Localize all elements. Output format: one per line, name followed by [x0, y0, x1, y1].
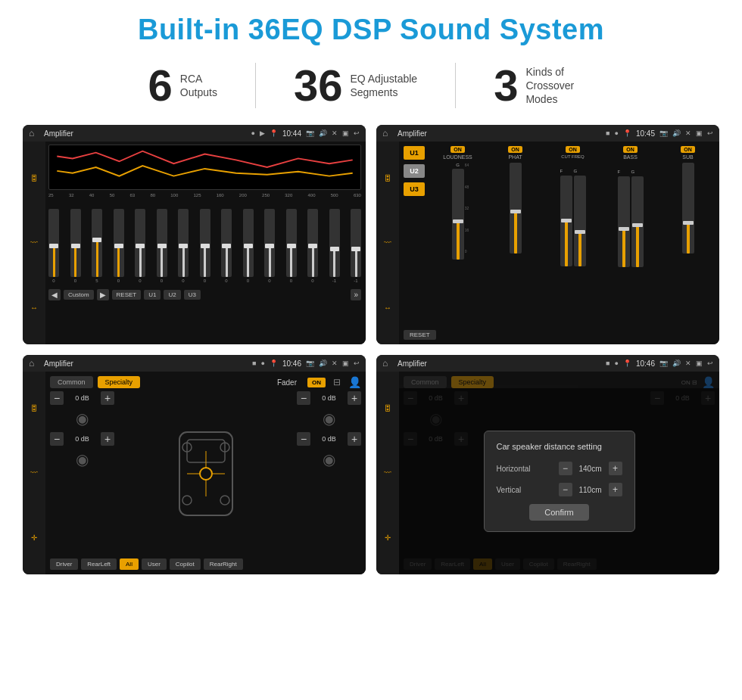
- cr-sub-slider[interactable]: [682, 163, 694, 254]
- eq-slider-track-2[interactable]: [70, 209, 81, 277]
- eq-graph: [48, 145, 361, 190]
- eq-reset-btn[interactable]: RESET: [112, 290, 142, 300]
- dialog-vertical-row: Vertical − 110cm +: [497, 483, 622, 496]
- fader-wave-icon[interactable]: 〰: [30, 468, 38, 477]
- cr-back-icon: ↩: [707, 129, 713, 137]
- fader-rl-plus[interactable]: +: [101, 432, 114, 446]
- fader-rl-val: 0 dB: [67, 435, 98, 443]
- dist-specialty-tab[interactable]: Specialty: [451, 376, 494, 388]
- dialog-horizontal-label: Horizontal: [497, 465, 531, 473]
- dialog-vertical-minus[interactable]: −: [559, 483, 572, 496]
- cr-bass-slider-f[interactable]: [618, 176, 630, 267]
- fader-cross-icon[interactable]: ✛: [31, 534, 37, 542]
- eq-next-btn[interactable]: ▶: [97, 289, 109, 300]
- cr-cutfreq-toggle[interactable]: ON: [566, 146, 580, 153]
- fader-all-btn[interactable]: All: [120, 558, 139, 570]
- eq-sidebar: 🎛 〰 ↔: [23, 142, 45, 344]
- dist-sidebar: 🎛 〰 ✛: [376, 372, 399, 574]
- fader-rearleft-btn[interactable]: RearLeft: [81, 558, 117, 570]
- eq-slider-track-11[interactable]: [264, 209, 275, 277]
- dist-tune-icon[interactable]: 🎛: [384, 404, 391, 412]
- eq-slider-track-12[interactable]: [286, 209, 297, 277]
- eq-arrow-icon[interactable]: ↔: [30, 303, 38, 312]
- eq-slider-track-6[interactable]: [157, 209, 167, 277]
- fader-fr-minus[interactable]: −: [297, 391, 310, 405]
- cr-cutfreq-slider-f[interactable]: [560, 176, 572, 266]
- eq-slider-4: 0: [114, 209, 124, 283]
- eq-slider-track-13[interactable]: [307, 209, 318, 277]
- freq-400: 400: [307, 193, 315, 198]
- eq-sliders-row: 0 0: [48, 200, 361, 283]
- cr-sub-toggle[interactable]: ON: [681, 146, 695, 153]
- eq-slider-track-14[interactable]: [329, 209, 340, 277]
- fader-fl-minus[interactable]: −: [50, 391, 64, 405]
- fader-common-tab[interactable]: Common: [50, 376, 93, 388]
- eq-custom-btn[interactable]: Custom: [64, 290, 94, 300]
- eq-slider-track-1[interactable]: [48, 209, 59, 277]
- dialog-horizontal-plus[interactable]: +: [609, 462, 622, 475]
- dialog-confirm-btn[interactable]: Confirm: [529, 504, 589, 521]
- cr-wave-icon[interactable]: 〰: [384, 238, 391, 247]
- dialog-vertical-plus[interactable]: +: [609, 483, 622, 496]
- eq-wave-icon[interactable]: 〰: [30, 238, 38, 247]
- fader-specialty-tab[interactable]: Specialty: [98, 376, 141, 388]
- dialog-overlay: Car speaker distance setting Horizontal …: [399, 388, 719, 574]
- fader-vol-icon: 🔊: [319, 359, 327, 367]
- eq-slider-track-10[interactable]: [243, 209, 254, 277]
- eq-slider-track-15[interactable]: [351, 209, 361, 277]
- eq-home-icon: ⌂: [29, 128, 39, 138]
- dist-common-tab[interactable]: Common: [404, 376, 447, 388]
- rca-label: RCAOutputs: [180, 72, 217, 99]
- cr-tune-icon[interactable]: 🎛: [384, 174, 391, 182]
- cr-reset-btn[interactable]: RESET: [404, 330, 436, 340]
- cr-phat-slider[interactable]: [510, 163, 522, 254]
- eq-more-icon[interactable]: »: [351, 289, 361, 300]
- eq-slider-track-3[interactable]: [92, 209, 102, 277]
- eq-prev-btn[interactable]: ◀: [48, 289, 61, 300]
- fader-rr-plus[interactable]: +: [348, 432, 361, 446]
- fader-copilot-btn[interactable]: Copilot: [170, 558, 201, 570]
- eq-slider-track-7[interactable]: [178, 209, 189, 277]
- cr-u1-btn[interactable]: U1: [404, 146, 425, 160]
- eq-slider-track-5[interactable]: [135, 209, 145, 277]
- fader-fl-plus[interactable]: +: [101, 391, 114, 405]
- cr-loudness-toggle[interactable]: ON: [450, 146, 465, 153]
- freq-320: 320: [285, 193, 292, 198]
- cr-bass-toggle[interactable]: ON: [623, 146, 638, 153]
- fader-tune-icon[interactable]: 🎛: [30, 404, 38, 412]
- fader-vol-fl: − 0 dB +: [50, 391, 114, 405]
- cr-u3-btn[interactable]: U3: [404, 182, 425, 196]
- eq-u3-btn[interactable]: U3: [184, 290, 201, 300]
- dist-home-icon: ⌂: [382, 358, 393, 369]
- fader-x-icon: ✕: [332, 359, 338, 367]
- fader-rearright-btn[interactable]: RearRight: [204, 558, 243, 570]
- eq-content: 🎛 〰 ↔ 25 32 40 50: [23, 142, 366, 344]
- eq-slider-14: -1: [329, 209, 340, 283]
- eq-slider-9: 0: [221, 209, 232, 283]
- fader-driver-btn[interactable]: Driver: [50, 558, 78, 570]
- eq-tune-icon[interactable]: 🎛: [30, 174, 38, 182]
- fader-top-row: Common Specialty Fader ON ⊟ 👤: [50, 376, 361, 388]
- svg-point-9: [182, 496, 192, 505]
- eq-label: EQ AdjustableSegments: [350, 72, 417, 99]
- fader-fr-plus[interactable]: +: [348, 391, 361, 405]
- eq-slider-track-9[interactable]: [221, 209, 232, 277]
- dist-wave-icon[interactable]: 〰: [384, 468, 391, 477]
- dist-cross-icon[interactable]: ✛: [385, 534, 391, 542]
- fader-rr-minus[interactable]: −: [297, 432, 310, 446]
- eq-u2-btn[interactable]: U2: [164, 290, 180, 300]
- fader-rl-speaker: ◉: [50, 450, 114, 468]
- cr-arrow-icon[interactable]: ↔: [384, 303, 391, 312]
- eq-slider-track-8[interactable]: [200, 209, 210, 277]
- eq-slider-track-4[interactable]: [114, 209, 124, 277]
- cr-loudness-slider-g[interactable]: [452, 169, 464, 260]
- fader-rl-minus[interactable]: −: [50, 432, 64, 446]
- cr-bass-slider-g[interactable]: [631, 176, 644, 267]
- freq-500: 500: [331, 193, 338, 198]
- cr-u2-btn[interactable]: U2: [404, 164, 425, 178]
- eq-u1-btn[interactable]: U1: [144, 290, 161, 300]
- cr-phat-toggle[interactable]: ON: [508, 146, 522, 153]
- fader-user-btn[interactable]: User: [142, 558, 167, 570]
- cr-cutfreq-slider-g[interactable]: [574, 176, 586, 266]
- dialog-horizontal-minus[interactable]: −: [559, 462, 572, 475]
